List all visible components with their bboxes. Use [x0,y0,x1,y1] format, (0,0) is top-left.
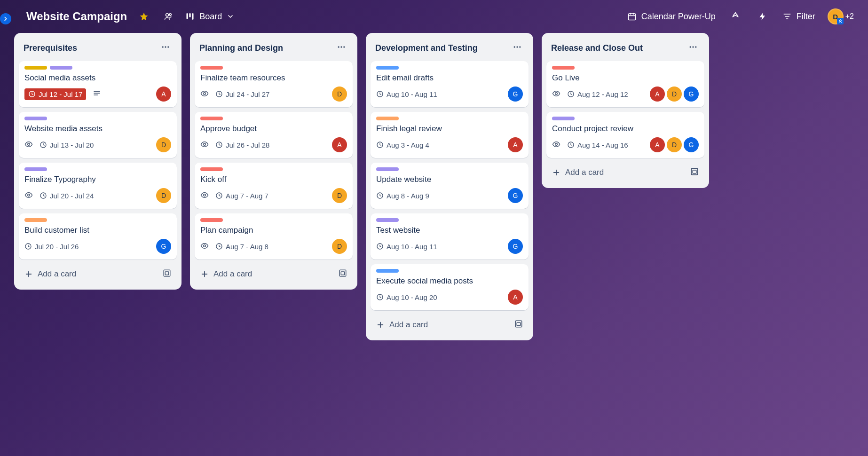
card[interactable]: Finalize team resourcesJul 24 - Jul 27D [195,61,353,107]
list-title[interactable]: Prerequisites [24,43,77,53]
add-card-button[interactable]: Add a card [23,267,78,281]
due-date-badge[interactable]: Aug 8 - Aug 9 [376,192,429,200]
due-date-badge[interactable]: Jul 12 - Jul 17 [24,88,86,100]
add-card-button[interactable]: Add a card [374,318,430,331]
member-avatar[interactable]: A [332,137,347,152]
additional-members-count[interactable]: +2 [845,12,854,21]
card-label[interactable] [200,218,223,222]
member-avatar[interactable]: D [156,137,171,152]
member-avatar[interactable]: G [684,137,699,152]
card-label[interactable] [50,66,72,70]
member-avatar[interactable]: G [508,86,523,102]
rocket-icon[interactable] [728,9,743,24]
list-menu-button[interactable] [335,40,348,55]
card[interactable]: Website media assetsJul 13 - Jul 20D [19,112,177,158]
card-label[interactable] [200,117,223,120]
card-label[interactable] [24,167,47,171]
card-label[interactable] [376,269,399,273]
card-label[interactable] [200,167,223,171]
card[interactable]: Edit email draftsAug 10 - Aug 11G [371,61,529,107]
card-label[interactable] [24,218,47,222]
card[interactable]: Conduct project reviewAug 14 - Aug 16ADG [546,112,704,158]
card[interactable]: Execute social media postsAug 10 - Aug 2… [371,264,529,310]
due-date-badge[interactable]: Jul 20 - Jul 26 [24,243,79,251]
svg-rect-42 [341,272,345,275]
member-avatar[interactable]: D [332,239,347,254]
card-label[interactable] [24,66,47,70]
due-date-badge[interactable]: Aug 7 - Aug 7 [215,192,268,200]
list-menu-button[interactable] [511,40,524,55]
list-menu-button[interactable] [159,40,172,55]
card[interactable]: Finish legal reviewAug 3 - Aug 4A [371,112,529,158]
card[interactable]: Plan campaignAug 7 - Aug 8D [195,213,353,259]
card-label[interactable] [552,117,575,120]
member-avatar[interactable]: G [684,86,699,102]
card[interactable]: Social media assetsJul 12 - Jul 17A [19,61,177,107]
workspace-visibility-button[interactable] [161,9,176,24]
expand-sidebar-button[interactable] [0,13,11,24]
svg-point-60 [555,143,558,145]
card-label[interactable] [376,218,399,222]
member-avatar[interactable]: A [156,86,171,102]
list: Release and Close OutGo LiveAug 12 - Aug… [542,33,709,188]
due-date-badge[interactable]: Aug 3 - Aug 4 [376,141,429,149]
member-avatars[interactable]: D +2 [828,8,854,24]
card-label[interactable] [200,66,223,70]
card[interactable]: Kick offAug 7 - Aug 7D [195,163,353,209]
member-avatar[interactable]: G [156,239,171,254]
list-title[interactable]: Development and Testing [375,43,478,53]
member-avatar[interactable]: G [508,239,523,254]
due-date-badge[interactable]: Aug 10 - Aug 11 [376,243,437,251]
svg-point-55 [690,46,691,47]
card-label[interactable] [376,167,399,171]
view-switcher[interactable]: Board [185,12,234,22]
member-avatar[interactable]: D [667,86,682,102]
member-avatar[interactable]: A [508,290,523,305]
card[interactable]: Test websiteAug 10 - Aug 11G [371,213,529,259]
list-menu-button[interactable] [687,40,700,55]
list-title[interactable]: Planning and Design [199,43,283,53]
due-date-badge[interactable]: Aug 10 - Aug 11 [376,90,437,98]
member-avatar[interactable]: D [332,86,347,102]
current-user-avatar[interactable]: D [828,8,844,24]
due-date-badge[interactable]: Jul 26 - Jul 28 [215,141,269,149]
svg-point-28 [338,46,339,47]
due-date-badge[interactable]: Jul 24 - Jul 27 [215,90,269,98]
filter-button[interactable]: Filter [782,12,815,22]
member-avatar[interactable]: A [650,137,665,152]
card[interactable]: Go LiveAug 12 - Aug 12ADG [546,61,704,107]
member-avatar[interactable]: D [667,137,682,152]
add-card-button[interactable]: Add a card [550,166,606,179]
calendar-powerup-button[interactable]: Calendar Power-Up [627,12,716,22]
card-label[interactable] [552,66,575,70]
card-template-button[interactable] [688,165,701,180]
member-avatar[interactable]: A [650,86,665,102]
card-template-button[interactable] [513,318,525,332]
card-template-button[interactable] [337,267,349,281]
due-date-badge[interactable]: Jul 20 - Jul 24 [39,192,94,200]
add-card-button[interactable]: Add a card [198,267,254,281]
card[interactable]: Build customer listJul 20 - Jul 26G [19,213,177,259]
card-label[interactable] [376,117,399,120]
card-label[interactable] [24,117,47,120]
due-date-badge[interactable]: Aug 10 - Aug 20 [376,293,437,301]
watch-icon [552,140,560,150]
due-date-badge[interactable]: Aug 7 - Aug 8 [215,243,268,251]
automation-icon[interactable] [755,9,770,24]
due-date-badge[interactable]: Jul 13 - Jul 20 [39,141,94,149]
board-title[interactable]: Website Campaign [26,10,127,23]
due-date-badge[interactable]: Aug 12 - Aug 12 [567,90,628,98]
due-date-badge[interactable]: Aug 14 - Aug 16 [567,141,628,149]
list-title[interactable]: Release and Close Out [551,43,643,53]
star-board-button[interactable] [136,9,151,24]
member-avatar[interactable]: G [508,188,523,203]
card[interactable]: Update websiteAug 8 - Aug 9G [371,163,529,209]
svg-rect-3 [189,13,191,17]
card-label[interactable] [376,66,399,70]
card-template-button[interactable] [161,267,173,281]
member-avatar[interactable]: D [156,188,171,203]
member-avatar[interactable]: D [332,188,347,203]
card[interactable]: Approve budgetJul 26 - Jul 28A [195,112,353,158]
card[interactable]: Finalize TypographyJul 20 - Jul 24D [19,163,177,209]
member-avatar[interactable]: A [508,137,523,152]
